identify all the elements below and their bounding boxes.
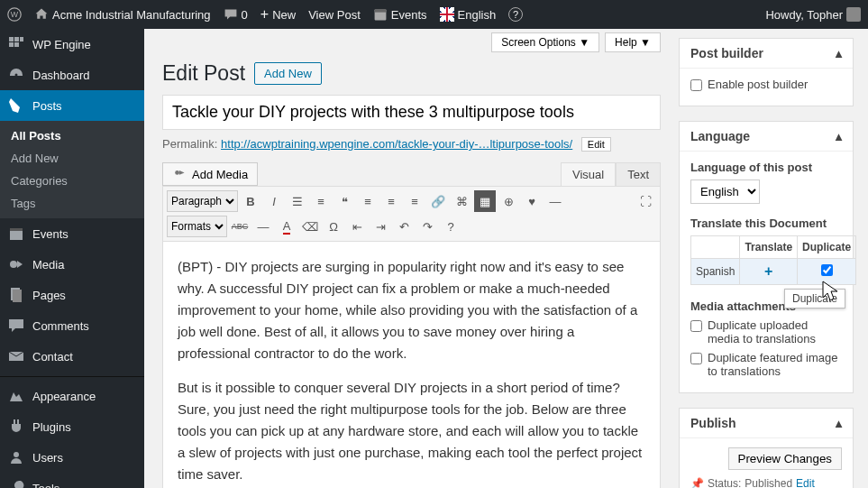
clear-icon[interactable]: ⌫ [299,216,321,237]
screen-options-button[interactable]: Screen Options ▼ [491,32,599,52]
plus-circle-icon[interactable]: ⊕ [498,190,519,212]
help-icon[interactable]: ? [508,7,523,22]
readmore-icon[interactable]: ⌘ [451,190,472,212]
metabox-header[interactable]: Language▴ [680,122,853,152]
meta-sidebar: Post builder▴ Enable post builder Langua… [679,29,868,488]
link-icon[interactable]: 🔗 [427,190,449,212]
caret-up-icon: ▴ [836,46,842,60]
language-switcher[interactable]: English [440,7,497,22]
quote-icon[interactable]: ❝ [333,190,355,212]
permalink-row: Permalink: http://acwptraining.wpengine.… [162,137,661,152]
ul-icon[interactable]: ☰ [287,190,308,212]
sidebar-item-plugins[interactable]: Plugins [0,411,144,442]
view-post-link[interactable]: View Post [308,8,361,22]
align-center-icon[interactable]: ≡ [380,190,402,212]
outdent-icon[interactable]: ⇤ [346,216,368,237]
svg-text:W: W [11,10,19,19]
translate-plus-icon[interactable]: + [764,263,772,279]
hr2-icon[interactable]: — [252,216,274,237]
comments-link[interactable]: 0 [224,7,248,22]
undo-icon[interactable]: ↶ [393,216,415,237]
page-title: Edit Post [162,61,245,86]
metabox-language: Language▴ Language of this post English … [679,121,854,393]
submenu-add-new[interactable]: Add New [0,147,144,170]
heart-icon[interactable]: ♥ [521,190,543,212]
sidebar-item-posts[interactable]: Posts [0,90,144,121]
bold-icon[interactable]: B [240,190,261,212]
svg-point-9 [15,74,18,77]
add-new-button[interactable]: Add New [254,62,322,85]
editor-paragraph: But is it possible to conquer several DI… [178,377,645,485]
permalink-url[interactable]: http://acwptraining.wpengine.com/tackle-… [221,137,572,151]
svg-rect-4 [9,37,14,41]
tab-text[interactable]: Text [616,162,661,186]
strikethru-icon[interactable]: ABC [229,216,251,237]
submenu-all-posts[interactable]: All Posts [0,124,144,147]
post-title-input[interactable] [162,95,661,130]
avatar [846,7,861,22]
site-link[interactable]: Acme Industrial Manufacturing [34,7,211,22]
help-button[interactable]: Help ▼ [605,32,661,52]
my-account[interactable]: Howdy, Topher [765,7,861,22]
metabox-header[interactable]: Publish▴ [680,409,853,438]
duplicate-checkbox[interactable] [821,264,833,276]
specialchar-icon[interactable]: Ω [323,216,344,237]
textcolor-icon[interactable]: A [276,216,297,237]
language-select[interactable]: English [690,180,760,204]
svg-point-12 [10,261,17,268]
metabox-header[interactable]: Post builder▴ [680,39,853,69]
editor-toolbar: Paragraph B I ☰ ≡ ❝ ≡ ≡ ≡ 🔗 ⌘ ▦ ⊕ ♥ — ⛶ … [162,186,661,242]
new-link[interactable]: +New [260,6,296,23]
admin-sidebar: WP Engine Dashboard Posts All Posts Add … [0,29,144,488]
add-media-button[interactable]: Add Media [162,162,258,186]
sidebar-item-tools[interactable]: Tools [0,473,144,488]
dup-featured-checkbox[interactable]: Duplicate featured image to translations [690,351,842,378]
wp-logo-icon[interactable]: W [7,7,22,22]
uk-flag-icon [440,7,454,22]
align-left-icon[interactable]: ≡ [357,190,379,212]
submenu-categories[interactable]: Categories [0,170,144,192]
events-link[interactable]: Events [373,7,427,22]
permalink-edit-button[interactable]: Edit [581,137,611,152]
sidebar-item-users[interactable]: Users [0,442,144,473]
edit-status-link[interactable]: Edit [796,477,815,488]
editor-body[interactable]: (BPT) - DIY projects are surging in popu… [162,242,661,488]
main-content: Screen Options ▼ Help ▼ Edit Post Add Ne… [144,29,679,488]
svg-rect-11 [10,228,23,231]
submenu-tags[interactable]: Tags [0,192,144,215]
svg-rect-8 [14,42,19,47]
formats-select[interactable]: Formats [167,216,227,237]
metabox-publish: Publish▴ Preview Changes 📌 Status: Publi… [679,408,854,488]
sidebar-posts-submenu: All Posts Add New Categories Tags [0,121,144,218]
sidebar-item-events[interactable]: Events [0,218,144,249]
redo-icon[interactable]: ↷ [416,216,438,237]
dup-media-checkbox[interactable]: Duplicate uploaded media to translations [690,318,842,345]
table-row: Spanish + [691,259,856,285]
toolbar-toggle-icon[interactable]: ▦ [474,190,496,212]
sidebar-item-media[interactable]: Media [0,249,144,280]
ol-icon[interactable]: ≡ [310,190,332,212]
italic-icon[interactable]: I [263,190,285,212]
hr-icon[interactable]: — [544,190,566,212]
editor-paragraph: (BPT) - DIY projects are surging in popu… [178,256,645,364]
help2-icon[interactable]: ? [440,216,461,237]
svg-rect-3 [374,9,386,12]
indent-icon[interactable]: ⇥ [370,216,391,237]
tab-visual[interactable]: Visual [561,162,616,186]
align-right-icon[interactable]: ≡ [404,190,425,212]
translation-table: TranslateDuplicate Spanish + [690,235,856,285]
sidebar-item-contact[interactable]: Contact [0,341,144,372]
enable-post-builder-checkbox[interactable]: Enable post builder [690,78,842,91]
paragraph-select[interactable]: Paragraph [167,190,238,212]
svg-rect-6 [20,37,23,41]
sidebar-item-pages[interactable]: Pages [0,280,144,310]
sidebar-item-appearance[interactable]: Appearance [0,381,144,411]
sidebar-item-dashboard[interactable]: Dashboard [0,60,144,90]
sidebar-item-wpengine[interactable]: WP Engine [0,29,144,60]
svg-rect-7 [9,42,14,47]
sidebar-item-comments[interactable]: Comments [0,310,144,341]
fullscreen-icon[interactable]: ⛶ [635,190,656,212]
publish-status: 📌 Status: Published Edit [690,477,842,488]
preview-changes-button[interactable]: Preview Changes [728,447,842,470]
svg-rect-5 [14,37,19,41]
